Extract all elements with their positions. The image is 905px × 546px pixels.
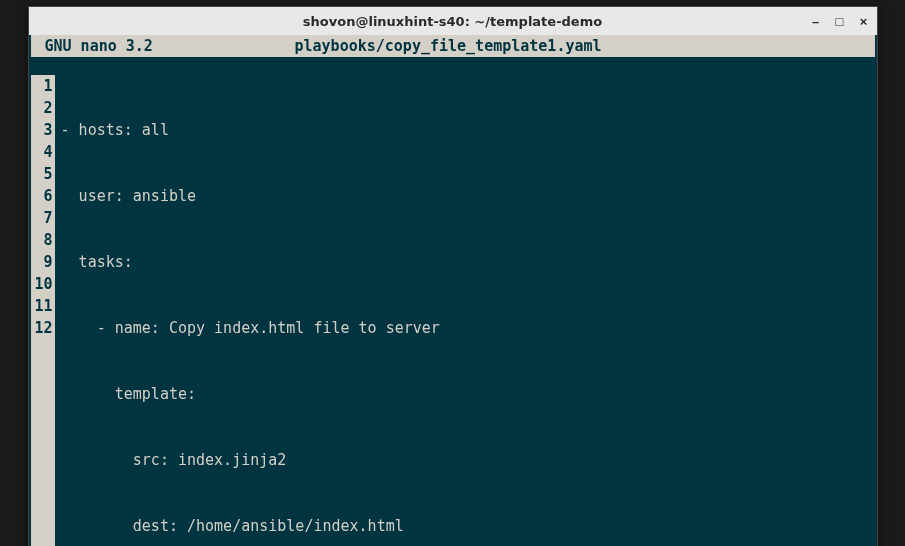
window-title: shovon@linuxhint-s40: ~/template-demo	[303, 14, 602, 29]
terminal-body: GNU nano 3.2 playbooks/copy_file_templat…	[29, 35, 877, 546]
line-number: 4	[35, 141, 53, 163]
editor-content[interactable]: - hosts: all user: ansible tasks: - name…	[55, 75, 440, 546]
line-number: 11	[35, 295, 53, 317]
editor-area[interactable]: 1 2 3 4 5 6 7 8 9 10 11 12 - hosts: all …	[29, 57, 877, 546]
maximize-button[interactable]: □	[833, 14, 847, 28]
nano-app-name: GNU nano 3.2	[35, 35, 295, 57]
line-number: 6	[35, 185, 53, 207]
line-number: 12	[35, 317, 53, 339]
line-number: 10	[35, 273, 53, 295]
line-number: 9	[35, 251, 53, 273]
line-number: 7	[35, 207, 53, 229]
window-titlebar: shovon@linuxhint-s40: ~/template-demo – …	[29, 7, 877, 35]
code-line: dest: /home/ansible/index.html	[61, 515, 440, 537]
nano-filename: playbooks/copy_file_template1.yaml	[295, 35, 871, 57]
nano-header: GNU nano 3.2 playbooks/copy_file_templat…	[31, 35, 875, 57]
code-line: - name: Copy index.html file to server	[61, 317, 440, 339]
line-number: 8	[35, 229, 53, 251]
code-line: tasks:	[61, 251, 440, 273]
terminal-window: shovon@linuxhint-s40: ~/template-demo – …	[28, 6, 878, 546]
minimize-button[interactable]: –	[809, 14, 823, 28]
code-line: src: index.jinja2	[61, 449, 440, 471]
window-controls: – □ ×	[809, 14, 871, 28]
line-number: 5	[35, 163, 53, 185]
code-line: - hosts: all	[61, 119, 440, 141]
close-button[interactable]: ×	[857, 14, 871, 28]
line-number-gutter: 1 2 3 4 5 6 7 8 9 10 11 12	[31, 75, 55, 546]
code-line: template:	[61, 383, 440, 405]
line-number: 1	[35, 75, 53, 97]
line-number: 2	[35, 97, 53, 119]
line-number: 3	[35, 119, 53, 141]
code-line: user: ansible	[61, 185, 440, 207]
